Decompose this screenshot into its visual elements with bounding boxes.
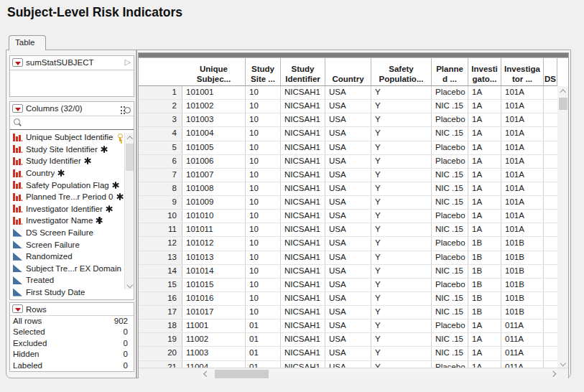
cell-investigator-id[interactable]: 1B [468, 306, 501, 319]
cell-investigator-name[interactable]: 101A [501, 182, 544, 195]
row-number[interactable]: 7 [139, 169, 182, 182]
cell-planned-treatment[interactable]: Placebo [432, 251, 468, 264]
columns-panel-header[interactable]: Columns (32/0) [10, 102, 134, 116]
cell-safety-population[interactable]: Y [371, 182, 432, 195]
cell-planned-treatment[interactable]: Placebo [432, 279, 468, 291]
table-row[interactable]: 20 11003 01 NICSAH1 USA Y NIC .15 1A 011… [139, 347, 557, 360]
cell-unique-subject[interactable]: 101002 [182, 100, 246, 113]
cell-safety-population[interactable]: Y [371, 155, 432, 168]
cell-ds[interactable] [544, 141, 557, 154]
cell-investigator-name[interactable]: 011A [501, 319, 544, 332]
column-list-item[interactable]: First Study Date [10, 286, 124, 299]
row-number[interactable]: 3 [139, 113, 182, 126]
cell-study-site[interactable]: 10 [246, 182, 281, 195]
columns-list-scrollbar[interactable] [124, 133, 134, 289]
cell-study-identifier[interactable]: NICSAH1 [281, 347, 325, 360]
scroll-left-icon[interactable] [203, 371, 208, 376]
cell-unique-subject[interactable]: 101007 [182, 169, 246, 182]
cell-ds[interactable] [544, 223, 557, 236]
row-number[interactable]: 6 [139, 155, 182, 168]
cell-planned-treatment[interactable]: NIC .15 [432, 127, 468, 140]
cell-ds[interactable] [544, 279, 557, 291]
cell-investigator-name[interactable]: 101A [501, 210, 544, 223]
cell-ds[interactable] [544, 319, 557, 332]
table-row[interactable]: 10 101010 10 NICSAH1 USA Y Placebo 1A 10… [139, 210, 557, 223]
cell-country[interactable]: USA [325, 155, 371, 168]
cell-country[interactable]: USA [325, 223, 371, 236]
column-list-item[interactable]: Study Identifier [10, 155, 124, 167]
cell-planned-treatment[interactable]: NIC .15 [432, 306, 468, 319]
cell-study-identifier[interactable]: NICSAH1 [281, 292, 325, 305]
cell-investigator-name[interactable]: 101A [501, 196, 544, 209]
cell-safety-population[interactable]: Y [371, 279, 432, 291]
cell-investigator-id[interactable]: 1A [468, 141, 501, 154]
cell-study-site[interactable]: 01 [246, 361, 281, 368]
column-header-study-identifier[interactable]: StudyIdentifier [281, 58, 325, 85]
cell-country[interactable]: USA [325, 141, 371, 154]
cell-investigator-name[interactable]: 101B [501, 265, 544, 278]
cell-investigator-id[interactable]: 1B [468, 292, 501, 305]
cell-unique-subject[interactable]: 101013 [182, 251, 246, 264]
cell-investigator-name[interactable]: 101A [501, 127, 544, 140]
cell-ds[interactable] [544, 155, 557, 168]
cell-unique-subject[interactable]: 101009 [182, 196, 246, 209]
cell-investigator-id[interactable]: 1A [468, 361, 501, 368]
cell-study-site[interactable]: 10 [246, 210, 281, 223]
grid-horizontal-scrollbar[interactable] [200, 368, 557, 379]
row-number[interactable]: 21 [139, 361, 182, 368]
scrollbar-thumb[interactable] [215, 370, 269, 378]
cell-investigator-id[interactable]: 1B [468, 237, 501, 250]
expand-right-icon[interactable]: ▷ [125, 57, 131, 67]
row-number[interactable]: 20 [139, 347, 182, 360]
cell-unique-subject[interactable]: 101016 [182, 292, 246, 305]
table-list-header[interactable]: sumStatSUBJECT ▷ [10, 56, 134, 70]
cell-country[interactable]: USA [325, 279, 371, 291]
cell-study-identifier[interactable]: NICSAH1 [281, 251, 325, 264]
cell-study-identifier[interactable]: NICSAH1 [281, 100, 325, 113]
table-row[interactable]: 8 101008 10 NICSAH1 USA Y NIC .15 1A 101… [139, 182, 557, 196]
row-number[interactable]: 17 [139, 306, 182, 319]
cell-study-site[interactable]: 10 [246, 306, 281, 319]
red-triangle-menu-icon[interactable] [12, 58, 23, 67]
cell-unique-subject[interactable]: 101004 [182, 127, 246, 140]
scroll-right-icon[interactable] [550, 371, 555, 376]
cell-study-identifier[interactable]: NICSAH1 [281, 155, 325, 168]
column-header-investigator-id[interactable]: Investigato... [468, 58, 501, 85]
cell-safety-population[interactable]: Y [371, 347, 432, 360]
column-header-country[interactable]: Country [325, 58, 371, 85]
table-row[interactable]: 13 101013 10 NICSAH1 USA Y Placebo 1B 10… [139, 251, 557, 265]
column-header-investigator-name[interactable]: Investigator ... [501, 58, 544, 85]
cell-ds[interactable] [544, 265, 557, 278]
rows-panel-header[interactable]: Rows [10, 303, 134, 316]
cell-safety-population[interactable]: Y [371, 265, 432, 278]
cell-safety-population[interactable]: Y [371, 196, 432, 209]
table-row[interactable]: 4 101004 10 NICSAH1 USA Y NIC .15 1A 101… [139, 127, 557, 141]
row-number[interactable]: 4 [139, 127, 182, 140]
cell-investigator-id[interactable]: 1A [468, 100, 501, 113]
cell-safety-population[interactable]: Y [371, 292, 432, 305]
cell-unique-subject[interactable]: 101005 [182, 141, 246, 154]
cell-investigator-name[interactable]: 101A [501, 223, 544, 236]
cell-study-identifier[interactable]: NICSAH1 [281, 279, 325, 291]
cell-planned-treatment[interactable]: Placebo [432, 113, 468, 126]
cell-ds[interactable] [544, 100, 557, 113]
panel-splitter[interactable] [136, 50, 137, 378]
cell-investigator-name[interactable]: 101A [501, 86, 544, 99]
columns-search-field[interactable] [10, 116, 134, 130]
table-row[interactable]: 19 11002 01 NICSAH1 USA Y NIC .15 1A 011… [139, 333, 557, 347]
cell-planned-treatment[interactable]: NIC .15 [432, 182, 468, 195]
cell-planned-treatment[interactable]: Placebo [432, 210, 468, 223]
column-header-safety-population[interactable]: SafetyPopulatio... [371, 58, 432, 85]
cell-ds[interactable] [544, 210, 557, 223]
cell-country[interactable]: USA [325, 251, 371, 264]
cell-safety-population[interactable]: Y [371, 306, 432, 319]
cell-investigator-id[interactable]: 1A [468, 113, 501, 126]
table-row[interactable]: 1 101001 10 NICSAH1 USA Y Placebo 1A 101… [139, 86, 557, 100]
cell-study-site[interactable]: 10 [246, 265, 281, 278]
cell-safety-population[interactable]: Y [371, 333, 432, 346]
cell-safety-population[interactable]: Y [371, 210, 432, 223]
cell-country[interactable]: USA [325, 196, 371, 209]
cell-study-site[interactable]: 10 [246, 223, 281, 236]
grid-vertical-scrollbar[interactable] [557, 86, 568, 368]
cell-study-identifier[interactable]: NICSAH1 [281, 333, 325, 346]
